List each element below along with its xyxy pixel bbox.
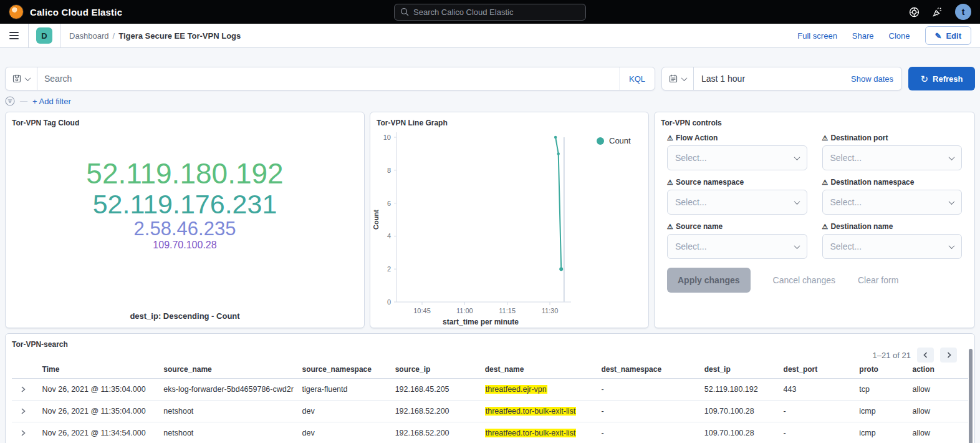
clear-form-button[interactable]: Clear form [858,275,898,285]
expand-row-button[interactable] [18,384,28,394]
tag-cloud-panel: Tor-VPN Tag Cloud 52.119.180.19252.119.1… [5,112,365,328]
dashboard-actions: Full screen Share Clone ✎ Edit [797,26,971,45]
table-cell: 109.70.100.28 [699,401,779,422]
cancel-changes-button[interactable]: Cancel changes [773,275,835,285]
highlighted-value: threatfeed.tor-bulk-exit-list [485,407,577,416]
select-flow-action[interactable]: Select... [667,145,807,170]
date-quick-menu-button[interactable] [662,67,694,90]
show-dates-button[interactable]: Show dates [851,74,901,84]
refresh-button[interactable]: ↻ Refresh [908,67,975,90]
expand-row-button[interactable] [18,406,28,416]
chevron-right-icon [19,386,27,393]
table-cell: icmp [854,422,907,443]
query-bar: KQL Last 1 hour Show dates [5,67,975,90]
full-screen-button[interactable]: Full screen [797,31,837,41]
svg-text:2: 2 [387,265,391,273]
brand: Calico Cloud Elastic [9,4,122,19]
pagination-label: 1–21 of 21 [873,351,911,360]
filter-icon[interactable] [5,96,15,106]
tag-cloud-term[interactable]: 52.119.176.231 [93,190,277,218]
table-cell: tcp [854,379,907,401]
help-icon[interactable] [909,7,920,17]
expand-row-button[interactable] [18,428,28,438]
column-header-dest_namespace: dest_namespace [596,361,699,379]
share-button[interactable]: Share [852,31,874,41]
global-search-input[interactable] [413,7,580,17]
table-cell: tigera-fluentd [297,379,390,401]
chevron-down-icon [25,75,31,81]
chevron-down-icon [794,154,800,160]
saved-query-menu-button[interactable] [6,67,37,90]
control-field-flow-action: ⚠Flow ActionSelect... [667,134,807,170]
table-row: Nov 26, 2021 @ 11:34:54.000netshootdev19… [12,422,968,443]
table-cell: allow [908,379,968,401]
clone-button[interactable]: Clone [889,31,910,41]
svg-text:Count: Count [372,210,380,230]
filter-bar: — + Add filter [5,95,975,107]
search-results-panel: Tor-VPN-search 1–21 of 21 Timesource_nam… [5,333,975,443]
table-cell: netshoot [158,401,297,422]
legend-item-count[interactable]: Count [597,136,631,145]
select-destination-namespace[interactable]: Select... [822,190,963,215]
breadcrumb-dashboard-link[interactable]: Dashboard [69,31,109,41]
tag-cloud-term[interactable]: 109.70.100.28 [153,240,216,250]
table-cell: - [596,422,699,443]
chevron-right-icon [19,407,27,415]
visualization-row: Tor-VPN Tag Cloud 52.119.180.19252.119.1… [5,112,975,328]
menu-icon[interactable] [0,24,29,47]
add-filter-button[interactable]: + Add filter [32,97,71,106]
table-cell: - [596,379,699,401]
calico-logo-icon[interactable] [9,4,24,19]
table-row: Nov 26, 2021 @ 11:35:04.000eks-log-forwa… [12,379,968,401]
user-avatar[interactable]: t [955,4,971,20]
time-range-value[interactable]: Last 1 hour [694,74,851,84]
table-cell: 192.168.52.200 [390,401,480,422]
edit-button[interactable]: ✎ Edit [925,26,971,45]
warning-icon: ⚠ [667,179,673,186]
controls-grid: ⚠Flow ActionSelect...⚠Destination portSe… [655,127,974,259]
control-label: ⚠Source namespace [667,178,807,187]
tag-cloud-term[interactable]: 2.58.46.235 [134,218,236,239]
legend-label: Count [609,136,631,145]
table-cell: threatfeed.ejr-vpn [480,379,597,401]
tag-cloud-term[interactable]: 52.119.180.192 [86,158,283,190]
space-selector[interactable]: D [29,24,60,47]
breadcrumb-separator: / [113,31,115,41]
column-header-source_name: source_name [158,361,297,379]
table-cell: - [596,401,699,422]
global-search-box[interactable] [394,4,586,21]
select-destination-port[interactable]: Select... [822,145,963,170]
panel-title: Tor-VPN Tag Cloud [6,112,364,127]
search-input[interactable] [37,74,619,84]
control-label: ⚠Destination port [822,134,963,142]
party-popper-icon[interactable] [932,7,943,17]
column-header-dest_name: dest_name [480,361,597,379]
svg-text:0: 0 [387,298,391,306]
table-cell: allow [908,401,968,422]
table-cell: - [779,422,855,443]
select-source-namespace[interactable]: Select... [667,190,807,215]
table-cell: icmp [854,401,907,422]
vertical-scrollbar[interactable] [969,349,973,443]
pencil-icon: ✎ [935,31,942,41]
filter-divider: — [20,97,27,105]
svg-text:10: 10 [383,134,391,141]
select-destination-name[interactable]: Select... [822,234,963,259]
controls-buttons: Apply changes Cancel changes Clear form [655,259,974,293]
kql-button[interactable]: KQL [619,67,655,90]
next-page-button[interactable] [940,348,957,363]
chevron-down-icon [949,198,955,205]
previous-page-button[interactable] [917,348,934,363]
table-cell: dev [297,401,390,422]
control-field-destination-port: ⚠Destination portSelect... [822,134,963,170]
refresh-icon: ↻ [921,74,929,84]
select-source-name[interactable]: Select... [667,234,807,259]
highlighted-value: threatfeed.ejr-vpn [485,385,547,394]
warning-icon: ⚠ [822,135,829,142]
apply-changes-button[interactable]: Apply changes [667,268,751,293]
table-cell: Nov 26, 2021 @ 11:34:54.000 [37,422,159,443]
table-cell: threatfeed.tor-bulk-exit-list [480,422,597,443]
chevron-down-icon [949,154,955,160]
svg-text:10:45: 10:45 [413,307,431,314]
table-cell: dev [297,422,390,443]
